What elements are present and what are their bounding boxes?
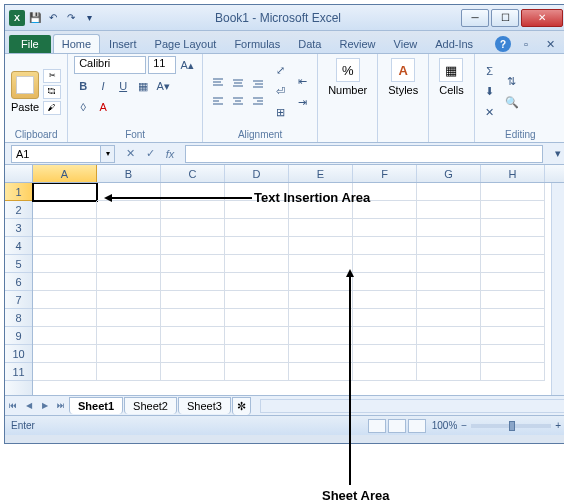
- clear-button[interactable]: ✕: [481, 104, 499, 122]
- redo-button[interactable]: ↷: [63, 10, 79, 26]
- col-header-c[interactable]: C: [161, 165, 225, 182]
- row-header-2[interactable]: 2: [5, 201, 32, 219]
- tab-formulas[interactable]: Formulas: [225, 34, 289, 53]
- cell[interactable]: [33, 219, 97, 237]
- cell[interactable]: [481, 201, 545, 219]
- row-header-1[interactable]: 1: [5, 183, 32, 201]
- shrink-font-button[interactable]: A▾: [154, 77, 172, 95]
- cell[interactable]: [289, 309, 353, 327]
- prev-sheet-button[interactable]: ◀: [21, 398, 37, 414]
- col-header-d[interactable]: D: [225, 165, 289, 182]
- font-color-button[interactable]: A: [94, 98, 112, 116]
- normal-view-button[interactable]: [368, 419, 386, 433]
- next-sheet-button[interactable]: ▶: [37, 398, 53, 414]
- cell[interactable]: [353, 309, 417, 327]
- cell[interactable]: [225, 255, 289, 273]
- undo-button[interactable]: ↶: [45, 10, 61, 26]
- cell[interactable]: [161, 309, 225, 327]
- cell[interactable]: [481, 327, 545, 345]
- qat-dropdown[interactable]: ▾: [81, 10, 97, 26]
- find-select-button[interactable]: 🔍: [503, 93, 521, 111]
- cell[interactable]: [481, 219, 545, 237]
- cell[interactable]: [97, 291, 161, 309]
- cell[interactable]: [97, 237, 161, 255]
- cell[interactable]: [417, 291, 481, 309]
- copy-button[interactable]: ⿻: [43, 85, 61, 99]
- merge-button[interactable]: ⊞: [271, 104, 289, 122]
- cell[interactable]: [353, 345, 417, 363]
- cell[interactable]: [225, 219, 289, 237]
- cell[interactable]: [289, 291, 353, 309]
- cell[interactable]: [481, 309, 545, 327]
- minimize-ribbon-icon[interactable]: ▫: [517, 35, 535, 53]
- styles-button[interactable]: A Styles: [384, 56, 422, 98]
- row-header-10[interactable]: 10: [5, 345, 32, 363]
- cell[interactable]: [289, 255, 353, 273]
- cell[interactable]: [225, 273, 289, 291]
- align-bottom-button[interactable]: [249, 75, 267, 91]
- cell[interactable]: [481, 363, 545, 381]
- col-header-g[interactable]: G: [417, 165, 481, 182]
- format-painter-button[interactable]: 🖌: [43, 101, 61, 115]
- tab-add-ins[interactable]: Add-Ins: [426, 34, 482, 53]
- align-middle-button[interactable]: [229, 75, 247, 91]
- grow-font-button[interactable]: A▴: [178, 56, 196, 74]
- page-break-view-button[interactable]: [408, 419, 426, 433]
- cell[interactable]: [33, 237, 97, 255]
- font-name-select[interactable]: Calibri: [74, 56, 146, 74]
- cell[interactable]: [33, 345, 97, 363]
- cell[interactable]: [33, 201, 97, 219]
- save-button[interactable]: 💾: [27, 10, 43, 26]
- number-format-button[interactable]: % Number: [324, 56, 371, 98]
- cell[interactable]: [161, 237, 225, 255]
- tab-data[interactable]: Data: [289, 34, 330, 53]
- cell[interactable]: [97, 255, 161, 273]
- cell[interactable]: [289, 237, 353, 255]
- cell[interactable]: [289, 219, 353, 237]
- cell[interactable]: [161, 255, 225, 273]
- sheet-tab-1[interactable]: Sheet1: [69, 397, 123, 414]
- wrap-text-button[interactable]: ⏎: [271, 83, 289, 101]
- col-header-e[interactable]: E: [289, 165, 353, 182]
- cell[interactable]: [161, 363, 225, 381]
- name-box-dropdown[interactable]: ▾: [101, 145, 115, 163]
- tab-review[interactable]: Review: [330, 34, 384, 53]
- align-center-button[interactable]: [229, 93, 247, 109]
- cut-button[interactable]: ✂: [43, 69, 61, 83]
- fill-button[interactable]: ⬇: [481, 83, 499, 101]
- cell[interactable]: [353, 327, 417, 345]
- align-right-button[interactable]: [249, 93, 267, 109]
- sheet-tab-2[interactable]: Sheet2: [124, 397, 177, 414]
- orientation-button[interactable]: ⤢: [271, 62, 289, 80]
- cell[interactable]: [161, 327, 225, 345]
- cells-grid[interactable]: [33, 183, 551, 395]
- cell[interactable]: [97, 345, 161, 363]
- zoom-slider[interactable]: [471, 424, 551, 428]
- cell[interactable]: [97, 363, 161, 381]
- close-button[interactable]: ✕: [521, 9, 563, 27]
- cell[interactable]: [417, 309, 481, 327]
- cell[interactable]: [417, 237, 481, 255]
- cell[interactable]: [353, 273, 417, 291]
- cell[interactable]: [161, 219, 225, 237]
- fill-color-button[interactable]: ◊: [74, 98, 92, 116]
- row-header-9[interactable]: 9: [5, 327, 32, 345]
- cell[interactable]: [161, 345, 225, 363]
- cell[interactable]: [417, 327, 481, 345]
- cell[interactable]: [417, 345, 481, 363]
- expand-formula-bar-button[interactable]: ▾: [549, 145, 564, 163]
- first-sheet-button[interactable]: ⏮: [5, 398, 21, 414]
- cell[interactable]: [289, 273, 353, 291]
- row-header-8[interactable]: 8: [5, 309, 32, 327]
- cancel-entry-button[interactable]: ✕: [121, 145, 139, 163]
- zoom-in-button[interactable]: +: [555, 420, 561, 431]
- cell[interactable]: [97, 219, 161, 237]
- sort-filter-button[interactable]: ⇅: [503, 72, 521, 90]
- enter-entry-button[interactable]: ✓: [141, 145, 159, 163]
- underline-button[interactable]: U: [114, 77, 132, 95]
- sheet-tab-3[interactable]: Sheet3: [178, 397, 231, 414]
- col-header-b[interactable]: B: [97, 165, 161, 182]
- tab-home[interactable]: Home: [53, 34, 100, 53]
- cell[interactable]: [33, 327, 97, 345]
- cell[interactable]: [481, 345, 545, 363]
